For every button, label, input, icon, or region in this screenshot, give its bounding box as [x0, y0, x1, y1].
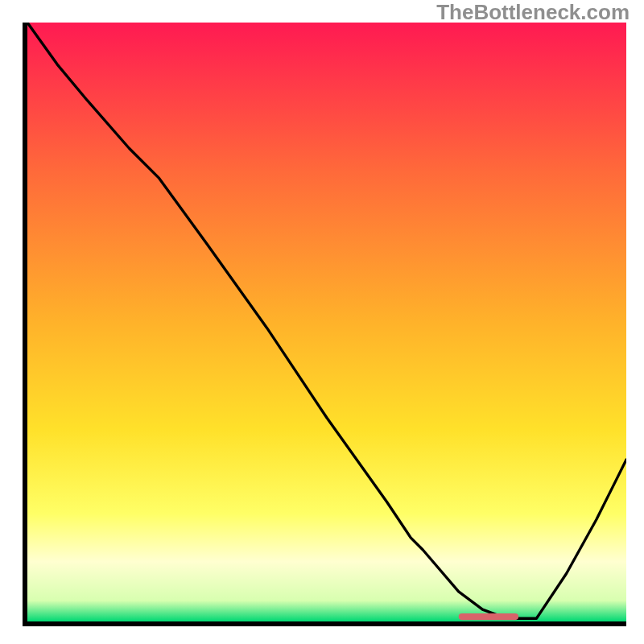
watermark-text: TheBottleneck.com [436, 0, 630, 25]
heat-background [27, 23, 626, 621]
chart-svg [27, 23, 626, 621]
chart-plot-area [23, 23, 626, 626]
optimal-marker [459, 613, 518, 620]
